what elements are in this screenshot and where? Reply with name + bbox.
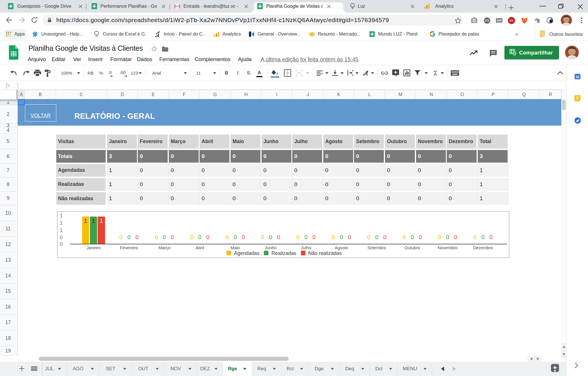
svg-text:31: 31: [576, 75, 579, 79]
